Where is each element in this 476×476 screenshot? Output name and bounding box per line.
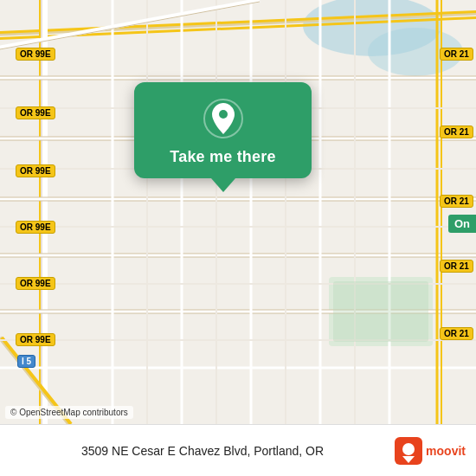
moovit-logo: moovit [395, 437, 466, 465]
moovit-icon [395, 437, 422, 465]
route-badge-or21-5: OR 21 [440, 327, 473, 340]
route-badge-or99e-6: OR 99E [16, 333, 55, 346]
on-badge: On [448, 215, 476, 233]
route-badge-or21-1: OR 21 [440, 48, 473, 61]
bottom-info-bar: 3509 NE Cesar E Chavez Blvd, Portland, O… [0, 424, 476, 476]
route-badge-or99e-3: OR 99E [16, 164, 55, 177]
svg-point-48 [219, 110, 228, 119]
route-badge-or99e-4: OR 99E [16, 221, 55, 234]
route-badge-or21-2: OR 21 [440, 125, 473, 138]
map-roads-svg [0, 0, 476, 424]
take-me-there-label: Take me there [170, 148, 275, 166]
route-badge-or99e-5: OR 99E [16, 277, 55, 290]
map-view[interactable]: OR 99E OR 99E OR 99E OR 99E OR 99E OR 99… [0, 0, 476, 424]
svg-point-50 [402, 443, 415, 455]
address-text: 3509 NE Cesar E Chavez Blvd, Portland, O… [10, 444, 395, 458]
osm-attribution: © OpenStreetMap contributors [5, 406, 133, 419]
route-badge-or21-3: OR 21 [440, 195, 473, 208]
route-badge-or99e-2: OR 99E [16, 106, 55, 119]
location-pin-icon [203, 98, 244, 139]
take-me-there-popup[interactable]: Take me there [134, 82, 312, 178]
route-badge-or21-4: OR 21 [440, 260, 473, 273]
moovit-brand-text: moovit [426, 444, 466, 458]
svg-rect-46 [333, 281, 428, 342]
route-badge-or99e-1: OR 99E [16, 48, 55, 61]
route-badge-i5: I 5 [17, 355, 35, 368]
